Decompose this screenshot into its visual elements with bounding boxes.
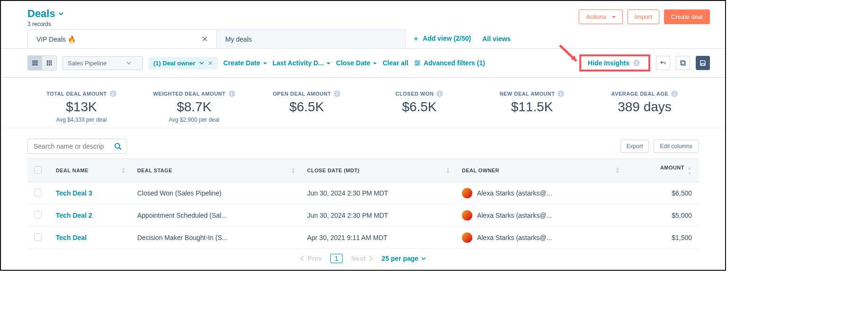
filter-chip-deal-owner[interactable]: (1) Deal owner ✕	[149, 57, 218, 70]
insight-value: $11.5K	[478, 99, 586, 115]
tab-label: VIP Deals 🔥	[36, 36, 76, 43]
all-views-link[interactable]: All views	[482, 35, 511, 43]
avatar	[462, 232, 472, 243]
import-button[interactable]: Import	[628, 9, 659, 24]
insight-value: $8.7K	[140, 99, 248, 115]
clone-icon[interactable]	[676, 56, 690, 70]
chevron-down-icon	[126, 61, 131, 65]
search-field[interactable]	[33, 142, 110, 151]
deal-link[interactable]: Tech Deal 2	[56, 212, 92, 219]
cell-amount: $1,500	[625, 227, 699, 249]
svg-point-3	[47, 62, 48, 64]
svg-point-8	[51, 64, 52, 66]
hide-insights-button[interactable]: Hide Insights i	[579, 54, 650, 71]
annotation-arrow-icon	[558, 43, 581, 67]
chevron-down-icon	[199, 61, 204, 65]
cell-owner[interactable]: Alexa Starks (astarks@...	[462, 188, 618, 198]
svg-point-11	[416, 64, 417, 65]
clear-all-filters[interactable]: Clear all	[382, 59, 408, 67]
cell-close: Jun 30, 2024 2:30 PM MDT	[301, 182, 455, 204]
pipeline-select[interactable]: Sales Pipeline	[62, 56, 143, 70]
cell-owner[interactable]: Alexa Starks (astarks@...	[462, 232, 618, 243]
insight-value: $13K	[27, 99, 135, 115]
cell-amount: $6,500	[625, 182, 699, 204]
col-deal-stage[interactable]: DEAL STAGE▲▼	[131, 159, 301, 182]
insights-panel: TOTAL DEAL AMOUNTi$13KAvg $4,333 per dea…	[1, 78, 725, 128]
svg-point-4	[49, 62, 50, 64]
insight-value: 389 days	[591, 99, 699, 115]
info-icon[interactable]: i	[558, 90, 564, 97]
next-page[interactable]: Next	[351, 255, 373, 262]
tab-vip-deals[interactable]: VIP Deals 🔥 ✕	[27, 29, 217, 48]
cell-stage: Closed Won (Sales Pipeline)	[131, 182, 301, 204]
svg-point-0	[47, 61, 48, 62]
remove-filter-icon[interactable]: ✕	[208, 60, 213, 67]
cell-stage: Appointment Scheduled (Sal...	[131, 204, 301, 227]
filter-create-date[interactable]: Create Date	[223, 59, 267, 67]
row-checkbox[interactable]	[34, 211, 42, 219]
list-view-icon[interactable]	[28, 56, 42, 70]
filter-close-date[interactable]: Close Date	[336, 59, 377, 67]
deal-link[interactable]: Tech Deal 3	[56, 189, 92, 197]
undo-icon[interactable]	[656, 56, 670, 70]
svg-point-9	[415, 60, 416, 62]
cell-close: Apr 30, 2021 9:11 AM MDT	[301, 227, 455, 249]
save-view-icon[interactable]	[696, 56, 710, 70]
svg-point-1	[49, 61, 50, 62]
filter-last-activity[interactable]: Last Activity D...	[273, 59, 330, 67]
pipeline-value: Sales Pipeline	[68, 60, 106, 67]
record-count: 3 records	[27, 21, 64, 27]
add-view-button[interactable]: ＋ Add view (2/50)	[413, 35, 471, 43]
col-close-date[interactable]: CLOSE DATE (MDT)▲▼	[301, 159, 455, 182]
deal-link[interactable]: Tech Deal	[56, 234, 87, 241]
edit-columns-button[interactable]: Edit columns	[654, 140, 699, 153]
cell-owner[interactable]: Alexa Starks (astarks@...	[462, 210, 618, 221]
svg-point-2	[51, 61, 52, 62]
select-all-checkbox[interactable]	[34, 166, 42, 174]
prev-page[interactable]: Prev	[300, 255, 322, 262]
info-icon[interactable]: i	[436, 90, 443, 97]
per-page-select[interactable]: 25 per page	[381, 255, 426, 262]
row-checkbox[interactable]	[34, 189, 42, 196]
cell-amount: $5,000	[625, 204, 699, 227]
table-row[interactable]: Tech Deal 3 Closed Won (Sales Pipeline) …	[27, 182, 699, 204]
advanced-filters[interactable]: Advanced filters (1)	[414, 59, 485, 67]
col-deal-owner[interactable]: DEAL OWNER▲▼	[455, 159, 625, 182]
svg-point-5	[51, 62, 52, 64]
svg-rect-13	[681, 61, 684, 64]
col-deal-name[interactable]: DEAL NAME▲▼	[49, 159, 131, 182]
info-icon[interactable]: i	[671, 90, 678, 97]
create-deal-button[interactable]: Create deal	[664, 9, 710, 24]
avatar	[462, 210, 472, 221]
svg-rect-14	[701, 63, 704, 65]
table-row[interactable]: Tech Deal 2 Appointment Scheduled (Sal..…	[27, 204, 699, 227]
board-view-icon[interactable]	[42, 56, 56, 70]
svg-point-15	[115, 143, 120, 148]
svg-point-6	[47, 64, 48, 66]
avatar	[462, 188, 472, 198]
svg-point-7	[49, 64, 50, 66]
cell-stage: Decision Maker Bought-In (S...	[131, 227, 301, 249]
export-button[interactable]: Export	[620, 140, 649, 153]
insight-value: $6.5K	[253, 99, 361, 115]
tab-my-deals[interactable]: My deals	[216, 29, 406, 48]
close-icon[interactable]: ✕	[202, 35, 208, 44]
title-dropdown-icon[interactable]	[58, 11, 64, 17]
insight-value: $6.5K	[365, 99, 473, 115]
col-amount[interactable]: AMOUNT▲▼	[625, 159, 699, 182]
table-row[interactable]: Tech Deal Decision Maker Bought-In (S...…	[27, 227, 699, 249]
tab-label: My deals	[225, 36, 252, 43]
info-icon[interactable]: i	[334, 90, 340, 97]
info-icon: i	[633, 60, 640, 66]
deals-table: DEAL NAME▲▼ DEAL STAGE▲▼ CLOSE DATE (MDT…	[27, 159, 699, 249]
page-current[interactable]: 1	[330, 254, 343, 263]
search-input[interactable]	[27, 139, 127, 154]
svg-rect-12	[682, 62, 685, 65]
row-checkbox[interactable]	[34, 233, 42, 241]
actions-button[interactable]: Actions	[579, 9, 623, 24]
page-title[interactable]: Deals	[27, 8, 55, 20]
search-icon	[114, 142, 122, 150]
info-icon[interactable]: i	[110, 90, 116, 97]
info-icon[interactable]: i	[229, 90, 235, 97]
cell-close: Jun 30, 2024 2:30 PM MDT	[301, 204, 455, 227]
